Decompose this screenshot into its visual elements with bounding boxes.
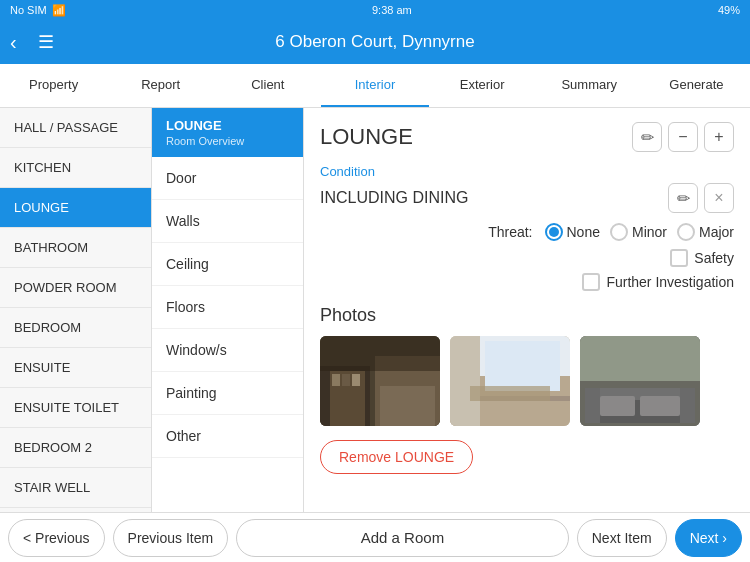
status-left: No SIM 📶: [10, 4, 66, 17]
safety-checkbox-row: Safety: [320, 249, 734, 267]
condition-row: INCLUDING DINING ✏ ×: [320, 183, 734, 213]
svg-rect-22: [680, 388, 695, 423]
condition-edit-button[interactable]: ✏: [668, 183, 698, 213]
safety-box[interactable]: [670, 249, 688, 267]
svg-rect-24: [640, 396, 680, 416]
svg-rect-7: [342, 374, 350, 386]
sidebar-mid-painting[interactable]: Painting: [152, 372, 303, 415]
tab-generate[interactable]: Generate: [643, 64, 750, 107]
sidebar-item-ensuite-toilet[interactable]: ENSUITE TOILET: [0, 388, 151, 428]
further-checkbox-row: Further Investigation: [320, 273, 734, 291]
main-content: HALL / PASSAGE KITCHEN LOUNGE BATHROOM P…: [0, 108, 750, 512]
condition-actions: ✏ ×: [668, 183, 734, 213]
plus-button[interactable]: +: [704, 122, 734, 152]
photos-title: Photos: [320, 305, 734, 326]
status-right: 49%: [718, 4, 740, 16]
status-bar: No SIM 📶 9:38 am 49%: [0, 0, 750, 20]
further-label: Further Investigation: [606, 274, 734, 290]
tab-exterior[interactable]: Exterior: [429, 64, 536, 107]
threat-row: Threat: None Minor Major: [320, 223, 734, 241]
sidebar-left: HALL / PASSAGE KITCHEN LOUNGE BATHROOM P…: [0, 108, 152, 512]
sidebar-item-bedroom2[interactable]: BEDROOM 2: [0, 428, 151, 468]
sidebar-mid-ceiling[interactable]: Ceiling: [152, 243, 303, 286]
safety-checkbox[interactable]: Safety: [670, 249, 734, 267]
svg-rect-21: [585, 388, 600, 423]
svg-rect-4: [320, 336, 440, 371]
photo-1[interactable]: [320, 336, 440, 426]
previous-button[interactable]: < Previous: [8, 519, 105, 557]
tab-property[interactable]: Property: [0, 64, 107, 107]
threat-major-label: Major: [699, 224, 734, 240]
sidebar-item-lounge[interactable]: LOUNGE: [0, 188, 151, 228]
tab-client[interactable]: Client: [214, 64, 321, 107]
tab-summary[interactable]: Summary: [536, 64, 643, 107]
threat-none-radio[interactable]: [545, 223, 563, 241]
sidebar-item-rumpus[interactable]: RUMPUS ROOM: [0, 508, 151, 512]
further-box[interactable]: [582, 273, 600, 291]
svg-rect-23: [600, 396, 635, 416]
photo-2[interactable]: [450, 336, 570, 426]
add-room-button[interactable]: Add a Room: [236, 519, 569, 557]
next-item-button[interactable]: Next Item: [577, 519, 667, 557]
sidebar-item-ensuite[interactable]: ENSUITE: [0, 348, 151, 388]
header-title: 6 Oberon Court, Dynnyrne: [275, 32, 474, 52]
sidebar-mid-header[interactable]: LOUNGE Room Overview: [152, 108, 303, 157]
next-button[interactable]: Next ›: [675, 519, 742, 557]
content-header: LOUNGE ✏ − +: [320, 122, 734, 152]
edit-button[interactable]: ✏: [632, 122, 662, 152]
tab-report[interactable]: Report: [107, 64, 214, 107]
sidebar-mid-other[interactable]: Other: [152, 415, 303, 458]
battery-text: 49%: [718, 4, 740, 16]
threat-none-label: None: [567, 224, 600, 240]
previous-item-button[interactable]: Previous Item: [113, 519, 229, 557]
threat-label: Threat:: [488, 224, 532, 240]
threat-none-inner: [549, 227, 559, 237]
condition-close-button[interactable]: ×: [704, 183, 734, 213]
photo-3[interactable]: [580, 336, 700, 426]
status-time: 9:38 am: [372, 4, 412, 16]
menu-button[interactable]: ☰: [38, 31, 54, 53]
back-button[interactable]: ‹: [10, 31, 17, 54]
sidebar-mid-floors[interactable]: Floors: [152, 286, 303, 329]
condition-value: INCLUDING DINING: [320, 189, 468, 207]
svg-rect-6: [332, 374, 340, 386]
sidebar-item-hall[interactable]: HALL / PASSAGE: [0, 108, 151, 148]
svg-rect-3: [380, 386, 435, 426]
svg-rect-15: [470, 386, 550, 401]
condition-section: Condition INCLUDING DINING ✏ ×: [320, 164, 734, 213]
sidebar-item-powder[interactable]: POWDER ROOM: [0, 268, 151, 308]
sidebar-item-kitchen[interactable]: KITCHEN: [0, 148, 151, 188]
wifi-icon: 📶: [52, 4, 66, 17]
further-checkbox[interactable]: Further Investigation: [582, 273, 734, 291]
sidebar-mid-door[interactable]: Door: [152, 157, 303, 200]
sidebar-mid-windows[interactable]: Window/s: [152, 329, 303, 372]
threat-major[interactable]: Major: [677, 223, 734, 241]
svg-rect-13: [485, 341, 560, 391]
condition-label: Condition: [320, 164, 734, 179]
sidebar-item-bathroom[interactable]: BATHROOM: [0, 228, 151, 268]
svg-rect-17: [580, 336, 700, 381]
threat-minor[interactable]: Minor: [610, 223, 667, 241]
bottom-bar: < Previous Previous Item Add a Room Next…: [0, 512, 750, 562]
sidebar-mid-subtitle: Room Overview: [166, 135, 289, 147]
threat-major-radio[interactable]: [677, 223, 695, 241]
tab-interior[interactable]: Interior: [321, 64, 428, 107]
threat-radio-group: None Minor Major: [545, 223, 735, 241]
threat-none[interactable]: None: [545, 223, 600, 241]
minus-button[interactable]: −: [668, 122, 698, 152]
sidebar-item-bedroom[interactable]: BEDROOM: [0, 308, 151, 348]
sidebar-item-stairwell[interactable]: STAIR WELL: [0, 468, 151, 508]
sidebar-mid-title: LOUNGE: [166, 118, 289, 133]
header: ‹ ☰ 6 Oberon Court, Dynnyrne: [0, 20, 750, 64]
carrier-text: No SIM: [10, 4, 47, 16]
nav-tabs: Property Report Client Interior Exterior…: [0, 64, 750, 108]
svg-rect-12: [450, 336, 480, 426]
content-panel: LOUNGE ✏ − + Condition INCLUDING DINING …: [304, 108, 750, 512]
sidebar-mid-walls[interactable]: Walls: [152, 200, 303, 243]
safety-label: Safety: [694, 250, 734, 266]
svg-rect-8: [352, 374, 360, 386]
remove-lounge-button[interactable]: Remove LOUNGE: [320, 440, 473, 474]
threat-minor-label: Minor: [632, 224, 667, 240]
threat-minor-radio[interactable]: [610, 223, 628, 241]
photos-grid: [320, 336, 734, 426]
